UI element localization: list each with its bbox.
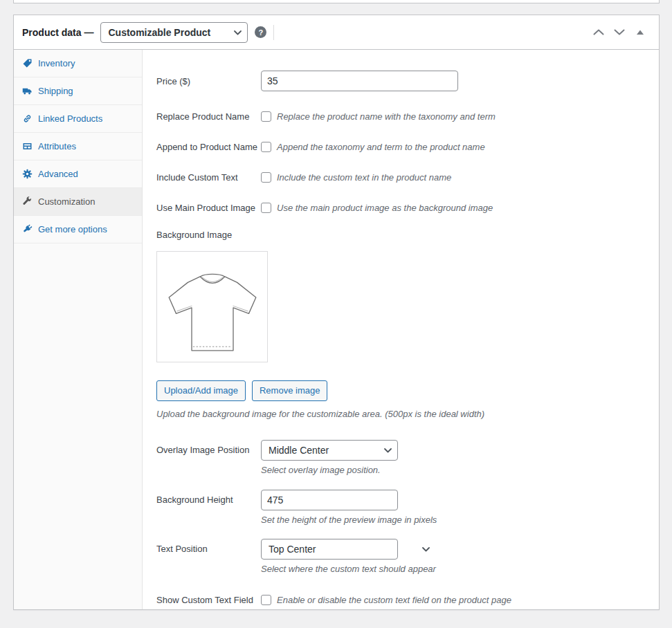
tab-label: Inventory: [38, 58, 75, 68]
overlay-image-position-field: Overlay Image Position Middle Center Sel…: [149, 440, 646, 475]
background-height-label: Background Height: [156, 490, 261, 505]
tab-customization[interactable]: Customization: [14, 188, 142, 216]
tab-label: Get more options: [38, 224, 107, 234]
plug-icon: [22, 224, 33, 234]
chevron-up-icon: [593, 29, 604, 35]
include-custom-text-label: Include Custom Text: [156, 172, 261, 183]
overlay-image-position-help: Select overlay image position.: [261, 465, 398, 475]
link-icon: [22, 113, 33, 124]
text-position-field: Text Position Top Center Select where th…: [149, 539, 646, 574]
replace-product-name-checkbox[interactable]: [261, 111, 271, 122]
admin-column: Product data — Customizable Product ?: [13, 0, 660, 610]
show-custom-text-field: Show Custom Text Field Enable or disable…: [149, 591, 646, 608]
text-position-select[interactable]: Top Center: [261, 539, 398, 560]
background-image-help: Upload the background image for the cust…: [156, 409, 646, 419]
metabox-title: Product data —: [22, 27, 93, 38]
chevron-down-icon: [422, 547, 430, 552]
background-image-field: Background Image: [149, 230, 646, 240]
tab-linked-products[interactable]: Linked Products: [14, 105, 142, 133]
product-type-select[interactable]: Customizable Product: [100, 22, 248, 43]
text-position-label: Text Position: [156, 539, 261, 554]
move-down-button[interactable]: [609, 22, 630, 43]
customization-panel: Price ($) Replace Product Name Replace t…: [143, 50, 659, 609]
background-image-label: Background Image: [156, 230, 261, 240]
price-input[interactable]: [261, 71, 458, 91]
upload-add-image-button[interactable]: Upload/Add image: [156, 380, 246, 401]
tag-icon: [22, 58, 33, 68]
text-position-help: Select where the custom text should appe…: [261, 564, 436, 574]
product-data-metabox: Product data — Customizable Product ?: [13, 15, 660, 610]
tab-label: Advanced: [38, 169, 78, 179]
product-data-tabs: Inventory Shipping Linked Products: [14, 50, 143, 609]
tab-shipping[interactable]: Shipping: [14, 77, 142, 105]
include-custom-text-checkbox[interactable]: [261, 172, 271, 183]
tab-label: Linked Products: [38, 113, 102, 124]
help-icon[interactable]: ?: [255, 26, 266, 38]
wrench-icon: [22, 196, 33, 207]
append-product-name-label: Append to Product Name: [156, 142, 261, 152]
toggle-panel-button[interactable]: [630, 22, 651, 43]
remove-image-button[interactable]: Remove image: [252, 380, 327, 401]
background-height-input[interactable]: [261, 490, 398, 510]
product-data-header: Product data — Customizable Product ?: [14, 15, 659, 50]
background-height-field: Background Height Set the height of the …: [149, 490, 646, 525]
append-product-name-description: Append the taxonomy and term to the prod…: [277, 142, 485, 152]
move-up-button[interactable]: [588, 22, 609, 43]
include-custom-text-description: Include the custom text in the product n…: [277, 172, 451, 183]
overlay-image-position-label: Overlay Image Position: [156, 440, 261, 455]
tab-advanced[interactable]: Advanced: [14, 160, 142, 188]
tab-get-more-options[interactable]: Get more options: [14, 216, 142, 243]
show-custom-text-label: Show Custom Text Field: [156, 595, 261, 605]
replace-product-name-field: Replace Product Name Replace the product…: [149, 108, 646, 124]
append-product-name-checkbox[interactable]: [261, 142, 271, 152]
triangle-up-icon: [636, 30, 644, 35]
tab-attributes[interactable]: Attributes: [14, 133, 142, 160]
tab-label: Attributes: [38, 141, 76, 151]
truck-icon: [22, 86, 33, 96]
metabox-handle-actions: [588, 22, 651, 43]
replace-product-name-description: Replace the product name with the taxono…: [277, 111, 496, 122]
tshirt-image: [161, 255, 264, 359]
header-divider: [273, 25, 274, 40]
gear-icon: [22, 169, 33, 179]
replace-product-name-label: Replace Product Name: [156, 111, 261, 122]
chevron-down-icon: [614, 29, 625, 35]
product-data-content: Inventory Shipping Linked Products: [14, 50, 659, 609]
use-main-product-image-label: Use Main Product Image: [156, 203, 261, 213]
use-main-product-image-checkbox[interactable]: [261, 203, 271, 213]
use-main-product-image-description: Use the main product image as the backgr…: [277, 203, 493, 213]
price-label: Price ($): [156, 76, 261, 86]
overlay-image-position-select[interactable]: Middle Center: [261, 440, 398, 461]
tab-inventory[interactable]: Inventory: [14, 50, 142, 77]
title-dash: —: [84, 27, 93, 38]
show-custom-text-description: Enable or disable the custom text field …: [277, 595, 511, 605]
previous-metabox-edge: [13, 0, 660, 3]
price-field: Price ($): [149, 71, 646, 91]
show-custom-text-checkbox[interactable]: [261, 595, 271, 605]
background-height-help: Set the height of the preview image in p…: [261, 515, 437, 525]
include-custom-text-field: Include Custom Text Include the custom t…: [149, 169, 646, 185]
background-image-preview: [156, 251, 268, 362]
tab-label: Customization: [38, 196, 95, 207]
tab-label: Shipping: [38, 86, 73, 96]
append-product-name-field: Append to Product Name Append the taxono…: [149, 138, 646, 155]
image-buttons-row: Upload/Add image Remove image: [156, 380, 646, 401]
use-main-product-image-field: Use Main Product Image Use the main prod…: [149, 199, 646, 216]
card-icon: [22, 141, 33, 151]
